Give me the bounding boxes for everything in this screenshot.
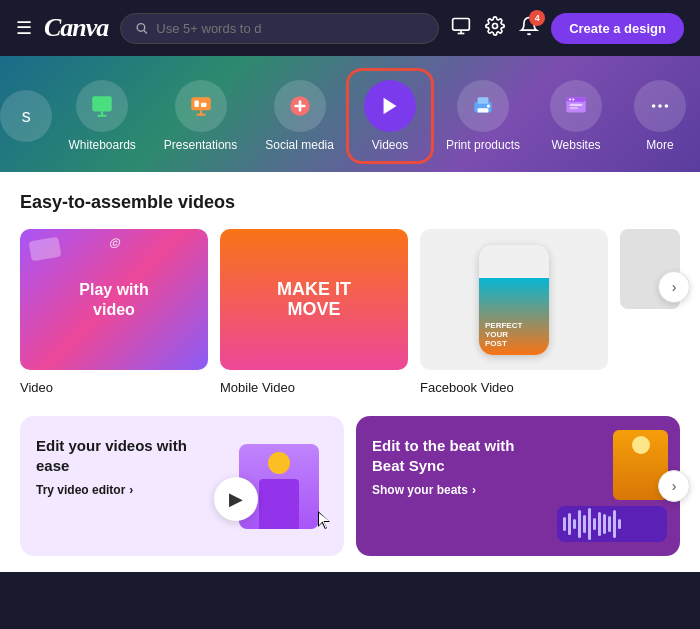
websites-label: Websites [551,138,600,152]
promo-card-beat-sync: Edit to the beat with Beat Sync Show you… [356,416,680,556]
nav-categories: s Whiteboards Presentations [0,56,700,172]
next-promo-button[interactable]: › [658,470,690,502]
beat-sync-link[interactable]: Show your beats › [372,483,533,497]
video-card-label-video: Video [20,380,53,395]
svg-point-22 [569,98,571,100]
svg-rect-17 [478,97,489,104]
svg-rect-13 [201,103,206,107]
edit-videos-link[interactable]: Try video editor › [36,483,197,497]
websites-icon-circle [550,80,602,132]
social-media-label: Social media [265,138,334,152]
videos-label: Videos [372,138,408,152]
video-card-label-mobile: Mobile Video [220,380,295,395]
phone-content: PERFECTYOURPOST [479,278,549,355]
svg-line-1 [144,30,147,33]
video-card-thumb-text: Play withvideo [79,280,148,318]
print-products-icon [470,93,496,119]
print-products-label: Print products [446,138,520,152]
svg-point-5 [493,23,498,28]
svg-marker-15 [384,98,397,115]
next-cards-button[interactable]: › [658,271,690,303]
svg-rect-12 [194,101,198,108]
svg-rect-2 [453,18,470,30]
search-icon [135,21,148,35]
mobile-thumbnail: MAKE ITMOVE [220,229,408,370]
presentations-label: Presentations [164,138,237,152]
edit-videos-title: Edit your videos with ease [36,436,197,475]
monitor-icon[interactable] [451,16,471,41]
notification-badge: 4 [529,10,545,26]
whiteboards-icon-circle [76,80,128,132]
social-media-icon-circle [274,80,326,132]
nav-item-print-products[interactable]: Print products [434,72,532,160]
search-bar[interactable] [120,13,439,44]
canva-logo: Canva [44,13,108,43]
whiteboards-label: Whiteboards [68,138,135,152]
video-card-label-facebook: Facebook Video [420,380,514,395]
more-icon-circle [634,80,686,132]
phone-text: PERFECTYOURPOST [485,322,522,348]
svg-point-23 [572,98,574,100]
video-thumb-facebook: PERFECTYOURPOST [420,229,608,370]
svg-point-19 [487,104,490,107]
beat-sync-visual [552,424,672,548]
websites-icon [563,93,589,119]
social-media-icon [287,93,313,119]
video-cards-row: Play withvideo ⓒ Video MAKE ITMOVE Mobil… [20,229,680,396]
beat-sync-title: Edit to the beat with Beat Sync [372,436,533,475]
print-products-icon-circle [457,80,509,132]
promo-cards-row: Edit your videos with ease Try video edi… [20,416,680,556]
presentations-icon [188,93,214,119]
nav-item-more[interactable]: More [620,72,700,160]
edit-videos-link-text: Try video editor [36,483,125,497]
svg-point-28 [665,104,669,108]
section-title: Easy-to-assemble videos [20,192,680,213]
cursor-indicator [318,511,334,531]
promo-card-edit-videos: Edit your videos with ease Try video edi… [20,416,344,556]
bell-icon[interactable]: 4 [519,16,539,41]
beat-sync-link-text: Show your beats [372,483,468,497]
header-icons: 4 [451,16,539,41]
nav-item-websites[interactable]: Websites [536,72,616,160]
hamburger-icon[interactable]: ☰ [16,17,32,39]
svg-point-0 [138,24,146,32]
play-icon[interactable]: ▶ [214,477,258,521]
more-icon [649,95,671,117]
whiteboards-icon [89,93,115,119]
videos-icon [379,95,401,117]
svg-point-27 [658,104,662,108]
svg-rect-25 [570,107,579,109]
search-input[interactable] [156,21,424,36]
svg-rect-18 [478,108,489,112]
header: ☰ Canva 4 Create a design [0,0,700,56]
video-thumb-video: Play withvideo ⓒ [20,229,208,370]
video-thumbnail: Play withvideo ⓒ [20,229,208,370]
nav-item-presentations[interactable]: Presentations [152,72,249,160]
mobile-card-text: MAKE ITMOVE [277,280,351,320]
edit-videos-arrow: › [129,483,133,497]
create-design-button[interactable]: Create a design [551,13,684,44]
svg-point-26 [652,104,656,108]
phone-mockup: PERFECTYOURPOST [479,245,549,355]
facebook-thumbnail: PERFECTYOURPOST [420,229,608,370]
main-content: Easy-to-assemble videos Play withvideo ⓒ… [0,172,700,572]
nav-item-videos[interactable]: Videos [350,72,430,160]
video-card-facebook[interactable]: PERFECTYOURPOST Facebook Video [420,229,608,396]
video-card-mobile[interactable]: MAKE ITMOVE Mobile Video [220,229,408,396]
videos-icon-circle [364,80,416,132]
video-card-video[interactable]: Play withvideo ⓒ Video [20,229,208,396]
video-thumb-mobile: MAKE ITMOVE [220,229,408,370]
svg-rect-6 [92,96,112,111]
nav-item-social-media[interactable]: Social media [253,72,346,160]
presentations-icon-circle [175,80,227,132]
svg-rect-24 [570,104,583,106]
nav-item-whiteboards[interactable]: Whiteboards [56,72,147,160]
more-label: More [646,138,673,152]
edit-videos-visual: ▶ [224,426,334,546]
beat-sync-arrow: › [472,483,476,497]
waveform [557,506,667,542]
settings-icon[interactable] [485,16,505,41]
